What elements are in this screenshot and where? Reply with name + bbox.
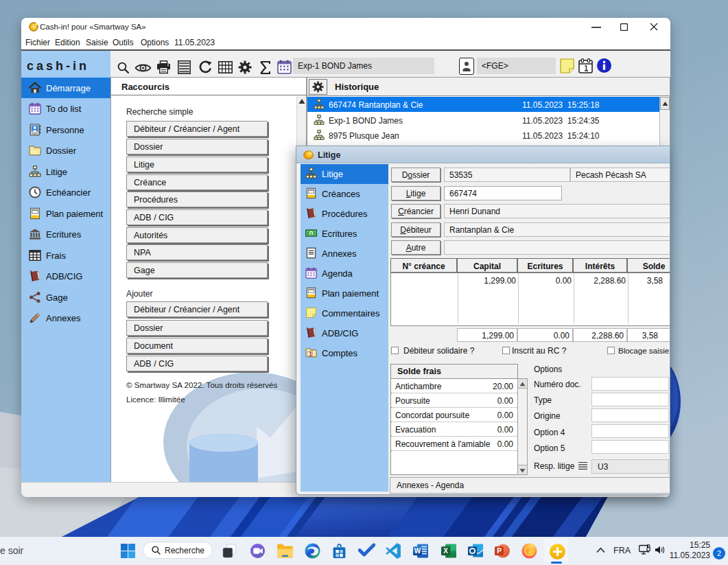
svg-text:W: W [414, 547, 421, 555]
svg-text:X: X [443, 547, 448, 555]
svg-text:P: P [497, 547, 502, 555]
